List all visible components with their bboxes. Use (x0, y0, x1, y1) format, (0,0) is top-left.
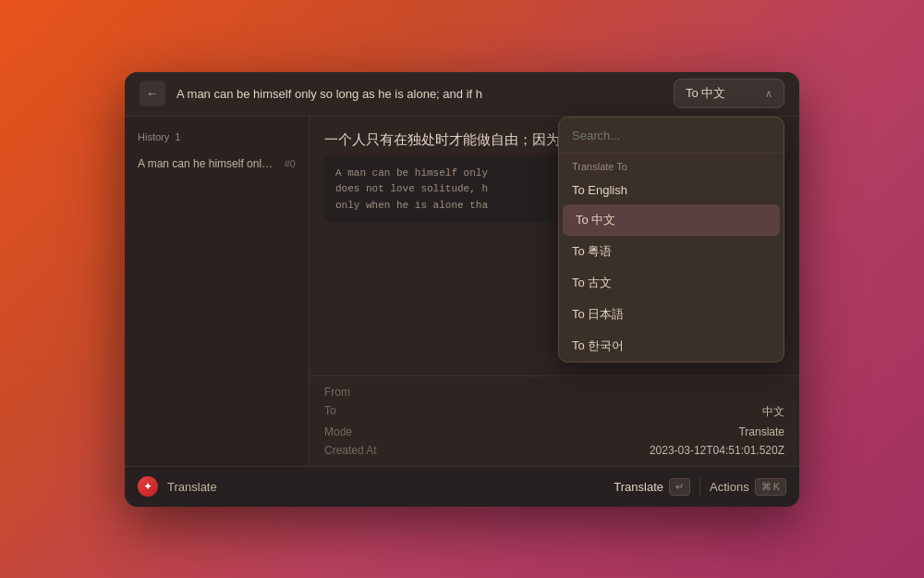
created-at-label: Created At (324, 444, 417, 457)
dropdown-item-japanese[interactable]: To 日本語 (559, 299, 784, 330)
vertical-divider (699, 477, 700, 496)
sidebar: History 1 A man can he himself only so l… (125, 117, 310, 466)
to-label: To (324, 404, 417, 420)
history-item-text: A man can he himself only so long... (138, 157, 277, 170)
dropdown-item-english[interactable]: To English (559, 176, 784, 204)
language-dropdown-menu: Translate To To English To 中文 To 粤语 To 古… (558, 117, 784, 363)
history-item[interactable]: A man can he himself only so long... #0 (125, 150, 309, 178)
from-value (417, 386, 784, 399)
selected-language-label: To 中文 (686, 85, 725, 102)
dropdown-item-korean[interactable]: To 한국어 (559, 330, 784, 362)
window-title: A man can be himself only so long as he … (176, 87, 663, 101)
to-value: 中文 (417, 404, 784, 420)
enter-key-hint: ↵ (669, 478, 690, 496)
title-bar: ← A man can be himself only so long as h… (125, 72, 799, 117)
created-at-value: 2023-03-12T04:51:01.520Z (417, 444, 784, 457)
main-window: ← A man can be himself only so long as h… (125, 72, 799, 507)
mode-value: Translate (417, 425, 784, 438)
app-name: Translate (167, 480, 604, 494)
search-input[interactable] (572, 129, 771, 142)
history-count: 1 (175, 131, 180, 142)
mode-label: Mode (324, 425, 417, 438)
history-label: History (138, 131, 169, 142)
history-item-num: #0 (285, 158, 296, 169)
history-header: History 1 (125, 128, 309, 150)
dropdown-section-label: Translate To (559, 154, 784, 176)
app-icon: ✦ (138, 476, 158, 497)
actions-button[interactable]: Actions ⌘ K (710, 478, 786, 496)
dropdown-item-classical[interactable]: To 古文 (559, 267, 784, 299)
app-icon-symbol: ✦ (143, 480, 152, 493)
dropdown-search-area (559, 117, 784, 154)
bottom-bar: ✦ Translate Translate ↵ Actions ⌘ K (125, 466, 799, 507)
language-dropdown-trigger[interactable]: To 中文 ∧ (674, 79, 784, 108)
back-button[interactable]: ← (140, 80, 165, 106)
dropdown-item-cantonese[interactable]: To 粤语 (559, 236, 784, 267)
translate-button[interactable]: Translate ↵ (614, 478, 690, 496)
dropdown-item-chinese[interactable]: To 中文 (563, 204, 780, 236)
chevron-up-icon: ∧ (765, 88, 772, 100)
cmd-k-hint: ⌘ K (755, 478, 786, 496)
meta-section: From To 中文 Mode Translate Created At 202… (310, 376, 799, 466)
from-label: From (324, 386, 417, 399)
